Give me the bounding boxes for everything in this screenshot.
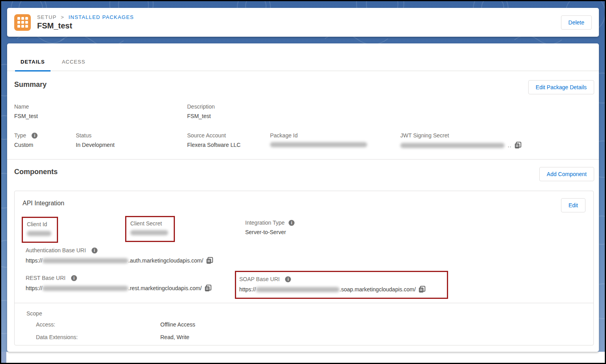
redacted-jwt-value: [400, 143, 505, 148]
rest-base-uri-label: REST Base URI: [26, 275, 66, 281]
jwt-signing-secret-label: JWT Signing Secret: [400, 132, 522, 139]
components-heading: Components: [14, 168, 58, 176]
add-component-button[interactable]: Add Component: [539, 167, 594, 181]
field-auth-base-uri: Authentication Base URI i https:// .auth…: [26, 247, 213, 264]
annotation-box-client-id: Client Id: [22, 217, 58, 243]
integration-type-value: Server-to-Server: [245, 229, 295, 235]
header-text: SETUP > INSTALLED PACKAGES FSM_test: [37, 14, 561, 30]
scope-access-label: Access:: [36, 321, 55, 328]
api-card-divider: [15, 303, 593, 303]
page-canvas: SETUP > INSTALLED PACKAGES FSM_test Dele…: [1, 1, 605, 363]
info-icon[interactable]: i: [71, 275, 77, 281]
jwt-ellipsis: ..: [508, 142, 512, 148]
type-value: Custom: [14, 142, 38, 148]
soap-base-uri-label: SOAP Base URI: [239, 276, 280, 282]
type-label: Type: [14, 132, 26, 139]
breadcrumb-installed-packages-link[interactable]: INSTALLED PACKAGES: [69, 14, 134, 20]
status-label: Status: [76, 132, 114, 139]
description-label: Description: [187, 103, 215, 110]
info-icon[interactable]: i: [285, 276, 291, 282]
delete-button[interactable]: Delete: [561, 15, 592, 30]
tab-bar: DETAILS ACCESS: [7, 43, 599, 71]
info-icon[interactable]: i: [32, 133, 38, 139]
redacted-package-id-value: [270, 142, 367, 147]
rest-uri-prefix: https://: [26, 285, 42, 291]
copy-icon[interactable]: [205, 285, 212, 292]
field-type: Type i Custom: [14, 132, 38, 148]
copy-icon[interactable]: [206, 257, 213, 264]
field-source-account: Source Account Flexera Software LLC: [187, 132, 240, 148]
soap-uri-prefix: https://: [239, 286, 256, 293]
rest-uri-suffix: .rest.marketingcloudapis.com/: [128, 285, 202, 291]
name-label: Name: [14, 103, 38, 110]
source-account-label: Source Account: [187, 132, 240, 139]
field-jwt-signing-secret: JWT Signing Secret ..: [400, 132, 522, 149]
source-account-value: Flexera Software LLC: [187, 142, 240, 148]
edit-api-integration-button[interactable]: Edit: [561, 198, 585, 212]
soap-uri-suffix: .soap.marketingcloudapis.com/: [340, 286, 416, 293]
description-value: FSM_test: [187, 113, 215, 119]
installed-packages-grid-icon: [14, 14, 31, 31]
api-integration-title: API Integration: [23, 200, 64, 207]
copy-icon[interactable]: [418, 286, 426, 293]
bottom-left-banner-strip: [1, 352, 6, 363]
field-client-secret: Client Secret: [130, 220, 168, 236]
field-package-id: Package Id: [270, 132, 367, 148]
auth-base-uri-label: Authentication Base URI: [26, 247, 86, 253]
redacted-soap-uri-subdomain: [256, 287, 340, 292]
screenshot-frame: SETUP > INSTALLED PACKAGES FSM_test Dele…: [0, 0, 606, 364]
client-secret-label: Client Secret: [130, 220, 168, 227]
page-header: SETUP > INSTALLED PACKAGES FSM_test Dele…: [7, 8, 599, 37]
field-description: Description FSM_test: [187, 103, 215, 119]
breadcrumb: SETUP > INSTALLED PACKAGES: [37, 14, 561, 20]
tab-access[interactable]: ACCESS: [56, 59, 91, 71]
main-content-card: DETAILS ACCESS Summary Edit Package Deta…: [7, 43, 599, 352]
auth-uri-suffix: .auth.marketingcloudapis.com/: [128, 257, 203, 264]
field-client-id: Client Id: [27, 221, 51, 237]
redacted-auth-uri-subdomain: [42, 258, 128, 263]
annotation-box-soap-base-uri: SOAP Base URI i https:// .soap.marketing…: [235, 271, 448, 299]
integration-type-label: Integration Type: [245, 220, 285, 226]
edit-package-details-button[interactable]: Edit Package Details: [528, 80, 594, 94]
field-status: Status In Development: [76, 132, 114, 148]
tab-details[interactable]: DETAILS: [15, 59, 51, 71]
section-divider: [7, 159, 599, 159]
scope-access-value: Offline Access: [160, 321, 195, 328]
annotation-box-client-secret: Client Secret: [125, 216, 175, 242]
scope-data-extensions-label: Data Extensions:: [36, 334, 78, 340]
redacted-client-secret-value: [130, 230, 168, 235]
field-name: Name FSM_test: [14, 103, 38, 119]
page-title: FSM_test: [37, 21, 561, 30]
name-value: FSM_test: [14, 113, 38, 119]
info-icon[interactable]: i: [92, 248, 98, 253]
redacted-rest-uri-subdomain: [42, 286, 128, 291]
status-value: In Development: [76, 142, 114, 148]
breadcrumb-setup: SETUP: [37, 14, 56, 20]
redacted-client-id-value: [27, 231, 51, 236]
field-soap-base-uri: SOAP Base URI i https:// .soap.marketing…: [239, 276, 442, 293]
copy-icon[interactable]: [514, 142, 522, 149]
package-id-label: Package Id: [270, 132, 367, 139]
field-integration-type: Integration Type i Server-to-Server: [245, 220, 295, 235]
breadcrumb-separator: >: [61, 14, 64, 20]
scope-heading: Scope: [26, 310, 42, 317]
info-icon[interactable]: i: [289, 220, 295, 226]
field-rest-base-uri: REST Base URI i https:// .rest.marketing…: [26, 275, 212, 292]
auth-uri-prefix: https://: [26, 257, 42, 264]
summary-heading: Summary: [14, 81, 47, 89]
client-id-label: Client Id: [27, 221, 51, 227]
api-integration-card: API Integration Edit Client Id Client Se…: [14, 191, 594, 345]
scope-data-extensions-value: Read, Write: [160, 334, 189, 340]
